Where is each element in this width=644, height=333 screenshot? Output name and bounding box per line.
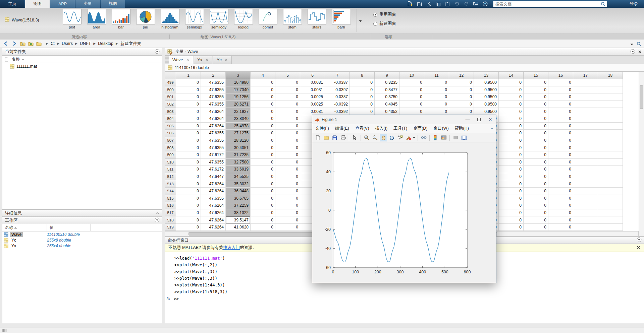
tab-close-icon[interactable] — [225, 58, 227, 62]
grid-col-header-17[interactable]: 17 — [573, 72, 598, 79]
grid-cell[interactable]: 0 — [275, 93, 300, 101]
grid-row-header-504[interactable]: 504 — [165, 115, 176, 123]
figure-axes-canvas[interactable]: 0100200300400500600-60-40-200204060 — [312, 142, 496, 283]
grid-cell[interactable] — [598, 173, 623, 181]
grid-cell[interactable] — [573, 159, 598, 166]
grid-cell[interactable]: 41.0620 — [226, 224, 251, 231]
grid-cell[interactable]: 39.5147 — [226, 216, 251, 224]
grid-cell[interactable]: 47.6355 — [201, 195, 226, 202]
grid-cell[interactable]: 0 — [176, 137, 201, 144]
grid-cell[interactable]: 0 — [449, 108, 474, 115]
new-figure-icon[interactable] — [314, 134, 322, 141]
panel-menu-icon[interactable] — [637, 237, 642, 243]
grid-cell[interactable]: 0 — [275, 209, 300, 217]
grid-cell[interactable] — [573, 224, 598, 231]
grid-row-header-509[interactable]: 509 — [165, 151, 176, 159]
grid-cell[interactable]: 0 — [524, 151, 548, 159]
grid-cell[interactable]: 0 — [548, 159, 573, 166]
grid-col-header-5[interactable]: 5 — [275, 72, 300, 79]
grid-row-header-508[interactable]: 508 — [165, 144, 176, 151]
grid-cell[interactable]: 0.9500 — [474, 93, 499, 101]
switch-window-icon[interactable] — [473, 1, 479, 7]
variable-tab-Yc[interactable]: Yc — [213, 56, 232, 64]
grid-cell[interactable]: 0 — [275, 86, 300, 94]
grid-cell[interactable]: 47.6355 — [201, 144, 226, 151]
grid-cell[interactable]: 0 — [399, 93, 424, 101]
grid-cell[interactable]: -0.0387 — [325, 93, 350, 101]
selected-content-item[interactable]: Wave(1:518,3) — [5, 17, 39, 23]
grid-cell[interactable] — [598, 188, 623, 195]
grid-cell[interactable]: 19.1256 — [226, 93, 251, 101]
grid-cell[interactable]: 0 — [251, 130, 275, 137]
fx-indicator[interactable]: fx — [165, 296, 174, 301]
grid-cell[interactable]: 0 — [524, 101, 548, 108]
grid-cell[interactable]: 0 — [350, 79, 375, 86]
grid-cell[interactable]: 0 — [548, 216, 573, 224]
grid-cell[interactable]: 0 — [499, 108, 524, 115]
grid-cell[interactable]: 0.3750 — [375, 93, 399, 101]
grid-cell[interactable]: 0.4045 — [375, 101, 399, 108]
grid-cell[interactable]: 47.6264 — [201, 188, 226, 195]
paste-icon[interactable] — [444, 1, 450, 7]
grid-cell[interactable]: 0 — [499, 173, 524, 181]
grid-cell[interactable] — [573, 188, 598, 195]
grid-cell[interactable]: 38.1322 — [226, 209, 251, 217]
grid-cell[interactable] — [598, 144, 623, 151]
grid-cell[interactable]: 0 — [524, 108, 548, 115]
grid-col-header-11[interactable]: 11 — [424, 72, 449, 79]
grid-cell[interactable] — [598, 195, 623, 202]
figure-menu-工[interactable]: 工具(T) — [390, 126, 410, 131]
grid-cell[interactable]: 47.6264 — [201, 224, 226, 231]
breadcrumb-segment[interactable]: Desktop — [97, 41, 115, 46]
grid-cell[interactable]: 0 — [499, 151, 524, 159]
grid-cell[interactable]: 0 — [548, 101, 573, 108]
ribbon-tab-视图[interactable]: 视图 — [101, 0, 125, 8]
grid-cell[interactable]: 0 — [499, 93, 524, 101]
grid-cell[interactable]: 0 — [399, 86, 424, 94]
grid-cell[interactable]: 0 — [499, 180, 524, 188]
grid-cell[interactable]: 0 — [251, 202, 275, 209]
grid-cell[interactable]: 47.6264 — [201, 123, 226, 130]
grid-row-header-503[interactable]: 503 — [165, 108, 176, 115]
grid-col-header-15[interactable]: 15 — [524, 72, 548, 79]
grid-cell[interactable]: 47.6355 — [201, 93, 226, 101]
grid-cell[interactable] — [598, 209, 623, 217]
datacursor-icon[interactable] — [396, 134, 404, 141]
menu-overflow-icon[interactable]: ⌁ — [491, 126, 493, 131]
workspace-name-header[interactable]: 名称 — [2, 224, 47, 231]
grid-cell[interactable]: 47.6264 — [201, 108, 226, 115]
grid-cell[interactable] — [598, 180, 623, 188]
grid-cell[interactable]: 0 — [275, 224, 300, 231]
grid-cell[interactable] — [598, 202, 623, 209]
grid-cell[interactable]: 0 — [251, 79, 275, 86]
grid-cell[interactable]: 0.3235 — [375, 79, 399, 86]
figure-menu-窗[interactable]: 窗口(W) — [430, 126, 451, 131]
grid-cell[interactable] — [598, 123, 623, 130]
grid-cell[interactable]: 0 — [548, 202, 573, 209]
grid-cell[interactable]: 47.6172 — [201, 151, 226, 159]
grid-cell[interactable]: 0 — [499, 79, 524, 86]
folder-search-icon[interactable] — [637, 42, 641, 46]
grid-cell[interactable]: 0 — [524, 216, 548, 224]
grid-cell[interactable] — [573, 93, 598, 101]
grid-cell[interactable]: 0.4352 — [375, 108, 399, 115]
grid-cell[interactable]: 33.6919 — [226, 166, 251, 173]
browse-folder-icon[interactable] — [28, 41, 34, 46]
grid-cell[interactable]: 0 — [275, 101, 300, 108]
grid-cell[interactable]: 36.6765 — [226, 195, 251, 202]
grid-cell[interactable]: 35.3032 — [226, 180, 251, 188]
grid-cell[interactable]: 0 — [176, 166, 201, 173]
grid-cell[interactable]: 0 — [548, 123, 573, 130]
grid-cell[interactable]: 0 — [499, 202, 524, 209]
grid-cell[interactable]: 47.6355 — [201, 159, 226, 166]
grid-cell[interactable]: 0 — [251, 188, 275, 195]
grid-cell[interactable]: 0 — [524, 180, 548, 188]
gallery-item-semilogx[interactable]: semilogx — [182, 9, 207, 29]
option-radio-1[interactable]: 新建图窗 — [373, 21, 396, 26]
grid-cell[interactable]: 0 — [548, 188, 573, 195]
grid-cell[interactable]: 36.0448 — [226, 188, 251, 195]
grid-cell[interactable]: 0 — [524, 188, 548, 195]
grid-cell[interactable]: -0.0397 — [325, 86, 350, 94]
grid-cell[interactable] — [573, 209, 598, 217]
grid-col-header-9[interactable]: 9 — [375, 72, 399, 79]
